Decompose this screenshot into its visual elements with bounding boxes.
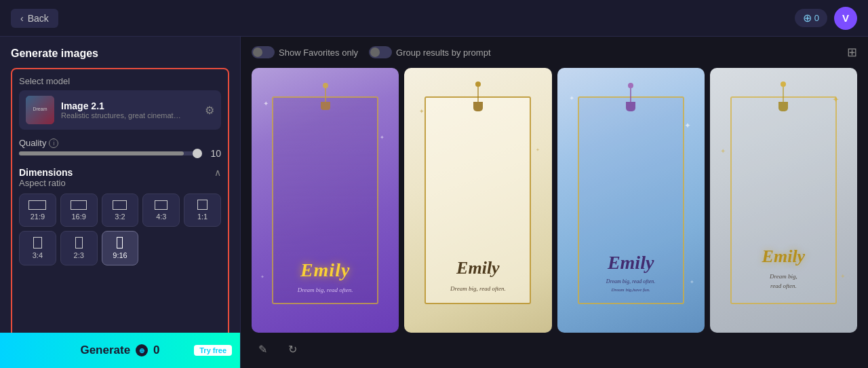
avatar[interactable]: V (834, 7, 857, 30)
generate-credits: 0 (153, 344, 159, 357)
dimensions-section: Dimensions ∧ Aspect ratio 21:9 16:9 (19, 167, 221, 265)
aspect-2-3[interactable]: 2:3 (60, 231, 98, 265)
gallery-item-4[interactable]: Emily Dream big,read often. ✦ ✦ ✦ (710, 68, 857, 333)
quality-slider-row: 10 (19, 148, 221, 159)
credits-value: 0 (814, 13, 819, 23)
select-model-label: Select model (19, 76, 221, 86)
bottom-toolbar: ✎ ↻ (252, 333, 857, 360)
dimensions-header: Dimensions ∧ (19, 167, 221, 178)
right-panel: Show Favorites only Group results by pro… (241, 37, 868, 368)
quality-section: Quality i 10 (19, 138, 221, 159)
aspect-9-16[interactable]: 9:16 (102, 231, 139, 265)
aspect-4-3[interactable]: 4:3 (142, 194, 180, 227)
avatar-label: V (842, 12, 849, 24)
main-layout: Generate images Select model (0, 37, 868, 368)
model-thumbnail: Dream (26, 96, 54, 124)
favorites-toggle-group: Show Favorites only (252, 46, 358, 58)
aspect-ratio-row1: 21:9 16:9 3:2 4:3 (19, 194, 221, 227)
group-toggle-group: Group results by prompt (369, 46, 490, 58)
model-settings-icon[interactable]: ⚙ (205, 104, 214, 117)
aspect-21-9[interactable]: 21:9 (19, 194, 56, 227)
left-panel: Generate images Select model (0, 37, 241, 368)
model-info: Image 2.1 Realistic structures, great ci… (61, 100, 198, 119)
aspect-1-1[interactable]: 1:1 (184, 194, 221, 227)
favorites-label: Show Favorites only (279, 48, 358, 58)
select-model-section: Select model Dream (19, 76, 221, 130)
favorites-toggle-knob (253, 48, 262, 57)
gallery-item-2[interactable]: Emily Dream big, read often. ✦ ✦ (404, 68, 551, 333)
group-label: Group results by prompt (396, 48, 490, 58)
aspect-3-4[interactable]: 3:4 (19, 231, 56, 265)
coin-icon: ⊕ (136, 344, 148, 356)
aspect-16-9[interactable]: 16:9 (60, 194, 98, 227)
try-free-badge: Try free (194, 345, 232, 356)
model-selector[interactable]: Dream Image 2.1 Realistic structures, gr… (19, 90, 221, 130)
back-label: Back (28, 13, 49, 24)
plus-circle-icon: ⊕ (803, 12, 812, 24)
aspect-ratio-row2: 3:4 2:3 9:16 (19, 231, 221, 265)
model-description: Realistic structures, great cinematog... (61, 111, 183, 119)
gallery-item-1[interactable]: Emily Dream big, read often. ✦ ✦ ✦ (252, 68, 399, 333)
gallery-item-3[interactable]: Emily Dream big, read often.Dream big,ha… (557, 68, 705, 333)
aspect-ratio-label: Aspect ratio (19, 178, 221, 188)
image-gallery: Emily Dream big, read often. ✦ ✦ ✦ (252, 68, 857, 333)
chevron-left-icon: ‹ (20, 13, 24, 24)
credits-badge: ⊕ 0 (795, 9, 827, 27)
favorites-toggle-switch[interactable] (252, 46, 275, 58)
back-button[interactable]: ‹ Back (11, 9, 58, 28)
model-name: Image 2.1 (61, 100, 198, 111)
right-toolbar: Show Favorites only Group results by pro… (252, 45, 857, 60)
quality-slider[interactable] (19, 151, 202, 155)
info-icon: i (49, 139, 58, 148)
quality-value: 10 (208, 148, 221, 159)
svg-text:Dream: Dream (33, 107, 47, 111)
edit-icon[interactable]: ✎ (252, 338, 273, 360)
app-header: ‹ Back ⊕ 0 V (0, 0, 868, 37)
generate-area: Generate ⊕ 0 Try free (0, 333, 240, 368)
panel-title: Generate images (11, 48, 229, 60)
quality-label: Quality i (19, 138, 58, 148)
header-right: ⊕ 0 V (795, 7, 857, 30)
group-toggle-knob (370, 48, 380, 57)
aspect-3-2[interactable]: 3:2 (102, 194, 139, 227)
group-toggle-switch[interactable] (369, 46, 392, 58)
chevron-up-icon[interactable]: ∧ (214, 167, 221, 178)
refresh-icon[interactable]: ↻ (281, 338, 303, 360)
dimensions-title: Dimensions (19, 167, 73, 178)
gallery-layout-icon[interactable]: ⊞ (847, 45, 857, 60)
model-config-box: Select model Dream (11, 68, 229, 357)
generate-label: Generate (80, 344, 130, 357)
generate-button[interactable]: Generate ⊕ 0 Try free (0, 333, 240, 368)
